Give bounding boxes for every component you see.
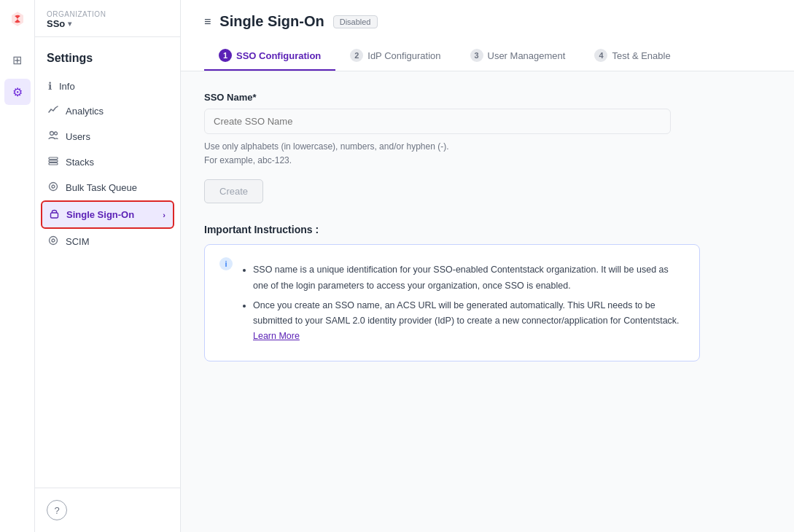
users-icon — [48, 130, 58, 143]
sidebar-item-bulk-task-label: Bulk Task Queue — [66, 182, 137, 193]
bulk-task-icon — [48, 181, 58, 194]
tab-test-enable-label: Test & Enable — [612, 50, 670, 61]
sidebar: Organization SSo ▾ Settings ℹ Info Analy… — [35, 0, 181, 532]
chevron-right-icon: › — [163, 211, 166, 219]
hamburger-icon[interactable]: ≡ — [204, 15, 211, 28]
main-header: ≡ Single Sign-On Disabled 1 SSO Configur… — [181, 0, 794, 71]
sidebar-item-info[interactable]: ℹ Info — [41, 74, 174, 98]
svg-rect-3 — [49, 160, 58, 163]
sidebar-item-analytics[interactable]: Analytics — [41, 98, 174, 124]
sso-name-input[interactable] — [204, 109, 671, 134]
instructions-box: i SSO name is a unique identification fo… — [204, 244, 700, 361]
instructions-content: SSO name is a unique identification for … — [241, 257, 685, 348]
stacks-icon — [48, 156, 58, 168]
analytics-icon — [48, 105, 58, 117]
tab-num-1: 1 — [219, 49, 232, 62]
svg-point-5 — [50, 183, 58, 191]
svg-point-0 — [50, 132, 54, 136]
svg-point-6 — [52, 185, 55, 188]
info-circle-icon: i — [219, 257, 233, 270]
svg-point-9 — [52, 239, 55, 242]
sso-name-help: Use only alphabets (in lowercase), numbe… — [204, 140, 771, 168]
instruction-item-1: SSO name is a unique identification for … — [253, 262, 685, 294]
page-title: Single Sign-On — [219, 13, 324, 30]
app-logo[interactable] — [7, 9, 28, 29]
status-badge: Disabled — [333, 15, 378, 28]
svg-rect-4 — [49, 163, 58, 165]
instruction-item-2: Once you create an SSO name, an ACS URL … — [253, 298, 685, 345]
tab-num-4: 4 — [594, 49, 607, 62]
org-name[interactable]: SSo ▾ — [47, 18, 168, 29]
sidebar-title: Settings — [35, 37, 180, 74]
sidebar-item-users-label: Users — [66, 131, 90, 142]
sidebar-item-analytics-label: Analytics — [66, 106, 104, 117]
sidebar-bottom: ? — [35, 488, 180, 532]
sidebar-item-bulk-task-queue[interactable]: Bulk Task Queue — [41, 175, 174, 200]
sidebar-item-stacks[interactable]: Stacks — [41, 149, 174, 175]
tab-bar: 1 SSO Configuration 2 IdP Configuration … — [204, 42, 771, 71]
svg-point-1 — [55, 132, 58, 135]
sidebar-item-single-sign-on[interactable]: Single Sign-On › — [41, 200, 174, 229]
svg-point-8 — [50, 237, 58, 245]
tab-user-management-label: User Management — [488, 50, 566, 61]
sidebar-item-scim[interactable]: SCIM — [41, 229, 174, 254]
tab-sso-configuration[interactable]: 1 SSO Configuration — [204, 42, 335, 71]
sidebar-nav: ℹ Info Analytics Users — [35, 74, 180, 488]
scim-icon — [48, 235, 58, 248]
rail-grid-icon[interactable]: ⊞ — [4, 47, 31, 73]
tab-sso-configuration-label: SSO Configuration — [236, 50, 321, 61]
svg-rect-7 — [51, 213, 58, 218]
sidebar-item-scim-label: SCIM — [66, 236, 90, 247]
tab-test-enable[interactable]: 4 Test & Enable — [580, 42, 685, 71]
sso-name-label: SSO Name* — [204, 92, 771, 103]
sidebar-item-stacks-label: Stacks — [66, 157, 94, 168]
org-chevron-icon: ▾ — [68, 20, 71, 28]
instructions-title: Important Instructions : — [204, 224, 771, 235]
create-button[interactable]: Create — [204, 179, 263, 203]
help-button[interactable]: ? — [47, 500, 67, 520]
learn-more-link[interactable]: Learn More — [253, 331, 300, 341]
info-icon: ℹ — [48, 80, 52, 92]
main-content: ≡ Single Sign-On Disabled 1 SSO Configur… — [181, 0, 794, 532]
sidebar-item-sso-label: Single Sign-On — [66, 209, 134, 220]
lock-icon — [50, 208, 59, 221]
org-selector[interactable]: Organization SSo ▾ — [35, 0, 180, 37]
tab-idp-configuration[interactable]: 2 IdP Configuration — [335, 42, 455, 71]
tab-user-management[interactable]: 3 User Management — [456, 42, 580, 71]
sidebar-item-info-label: Info — [59, 81, 75, 92]
rail-settings-icon[interactable]: ⚙ — [4, 79, 31, 105]
tab-num-3: 3 — [470, 49, 483, 62]
main-body: SSO Name* Use only alphabets (in lowerca… — [181, 71, 794, 532]
svg-rect-2 — [49, 157, 58, 160]
icon-rail: ⊞ ⚙ — [0, 0, 35, 532]
tab-idp-configuration-label: IdP Configuration — [367, 50, 440, 61]
org-label: Organization — [47, 10, 168, 18]
tab-num-2: 2 — [350, 49, 363, 62]
sidebar-item-users[interactable]: Users — [41, 124, 174, 149]
